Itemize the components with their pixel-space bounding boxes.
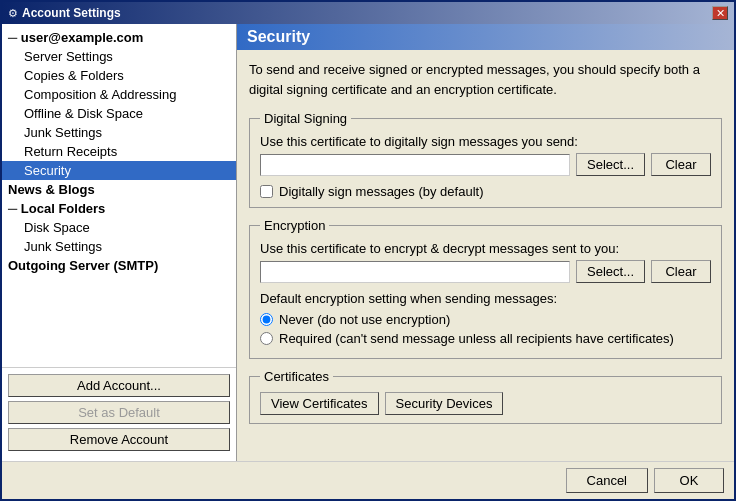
digital-signing-cert-input[interactable]	[260, 154, 570, 176]
main-content: Security To send and receive signed or e…	[237, 24, 734, 461]
sidebar-item-return-receipts[interactable]: Return Receipts	[2, 142, 236, 161]
encryption-label: Use this certificate to encrypt & decryp…	[260, 241, 619, 256]
dialog-body: ─ user@example.com Server Settings Copie…	[2, 24, 734, 461]
sign-default-checkbox[interactable]	[260, 185, 273, 198]
collapse-icon: ─	[8, 30, 21, 45]
digital-signing-input-row: Select... Clear	[260, 153, 711, 176]
sidebar-item-outgoing-server[interactable]: Outgoing Server (SMTP)	[2, 256, 236, 275]
encryption-select-button[interactable]: Select...	[576, 260, 645, 283]
digital-signing-legend: Digital Signing	[260, 111, 351, 126]
encryption-never-label: Never (do not use encryption)	[279, 312, 450, 327]
remove-account-button[interactable]: Remove Account	[8, 428, 230, 451]
sidebar-item-security[interactable]: Security	[2, 161, 236, 180]
set-default-button[interactable]: Set as Default	[8, 401, 230, 424]
sidebar-item-copies-folders[interactable]: Copies & Folders	[2, 66, 236, 85]
sidebar-item-composition-addressing[interactable]: Composition & Addressing	[2, 85, 236, 104]
sidebar-item-junk-settings-local[interactable]: Junk Settings	[2, 237, 236, 256]
sidebar-item-local-folders[interactable]: ─ Local Folders	[2, 199, 236, 218]
encryption-cert-input[interactable]	[260, 261, 570, 283]
encryption-radio-never-row: Never (do not use encryption)	[260, 312, 711, 327]
title-bar: ⚙ Account Settings ✕	[2, 2, 734, 24]
description: To send and receive signed or encrypted …	[249, 60, 722, 99]
digital-signing-label-row: Use this certificate to digitally sign m…	[260, 134, 711, 176]
dialog-footer: Cancel OK	[2, 461, 734, 499]
digital-signing-select-button[interactable]: Select...	[576, 153, 645, 176]
sidebar-buttons: Add Account... Set as Default Remove Acc…	[2, 367, 236, 457]
encryption-legend: Encryption	[260, 218, 329, 233]
digital-signing-checkbox-row: Digitally sign messages (by default)	[260, 184, 711, 199]
encryption-setting-label: Default encryption setting when sending …	[260, 291, 557, 306]
sidebar: ─ user@example.com Server Settings Copie…	[2, 24, 237, 461]
encryption-section: Encryption Use this certificate to encry…	[249, 218, 722, 359]
digital-signing-clear-button[interactable]: Clear	[651, 153, 711, 176]
title-bar-icon: ⚙ Account Settings	[8, 6, 121, 20]
add-account-button[interactable]: Add Account...	[8, 374, 230, 397]
digital-signing-label: Use this certificate to digitally sign m…	[260, 134, 578, 149]
certificates-legend: Certificates	[260, 369, 333, 384]
encryption-clear-button[interactable]: Clear	[651, 260, 711, 283]
ok-button[interactable]: OK	[654, 468, 724, 493]
encryption-label-row: Use this certificate to encrypt & decryp…	[260, 241, 711, 283]
close-button[interactable]: ✕	[712, 6, 728, 20]
certs-buttons: View Certificates Security Devices	[260, 392, 711, 415]
sidebar-item-server-settings[interactable]: Server Settings	[2, 47, 236, 66]
cancel-button[interactable]: Cancel	[566, 468, 648, 493]
title-bar-text: Account Settings	[22, 6, 121, 20]
encryption-required-label: Required (can't send message unless all …	[279, 331, 674, 346]
certificates-section: Certificates View Certificates Security …	[249, 369, 722, 424]
encryption-required-radio[interactable]	[260, 332, 273, 345]
encryption-never-radio[interactable]	[260, 313, 273, 326]
main-title: Security	[237, 24, 734, 50]
sidebar-item-junk-settings[interactable]: Junk Settings	[2, 123, 236, 142]
account-settings-dialog: ⚙ Account Settings ✕ ─ user@example.com …	[0, 0, 736, 501]
sidebar-item-user-account[interactable]: ─ user@example.com	[2, 28, 236, 47]
sidebar-item-news-blogs[interactable]: News & Blogs	[2, 180, 236, 199]
encryption-radio-required-row: Required (can't send message unless all …	[260, 331, 711, 346]
sidebar-content: ─ user@example.com Server Settings Copie…	[2, 28, 236, 367]
encryption-input-row: Select... Clear	[260, 260, 711, 283]
sign-default-label: Digitally sign messages (by default)	[279, 184, 483, 199]
view-certificates-button[interactable]: View Certificates	[260, 392, 379, 415]
digital-signing-section: Digital Signing Use this certificate to …	[249, 111, 722, 208]
sidebar-item-disk-space[interactable]: Disk Space	[2, 218, 236, 237]
encryption-radio-section: Default encryption setting when sending …	[260, 291, 711, 346]
security-devices-button[interactable]: Security Devices	[385, 392, 504, 415]
sidebar-item-offline-disk-space[interactable]: Offline & Disk Space	[2, 104, 236, 123]
